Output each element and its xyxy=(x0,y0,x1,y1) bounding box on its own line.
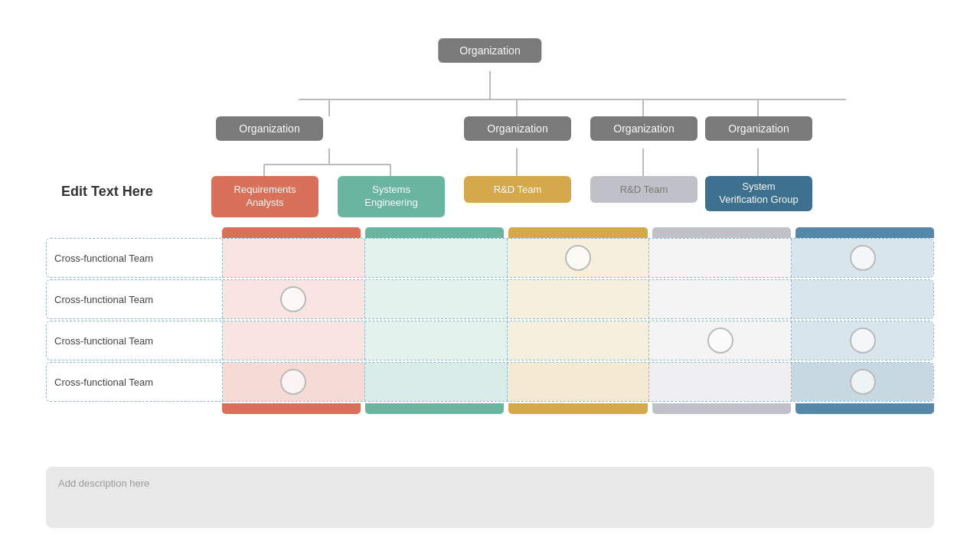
level2-node-1: Organization xyxy=(216,116,323,141)
col-bottom-strip-2 xyxy=(365,403,504,414)
description-box[interactable]: Add description here xyxy=(46,467,934,528)
row-header-label: Edit Text Here xyxy=(61,184,153,200)
circle-marker xyxy=(850,369,876,395)
circle-marker xyxy=(850,245,876,271)
cell xyxy=(649,363,792,401)
level3-node-systems-eng: Systems Engineering xyxy=(338,176,445,217)
level2-node-2: Organization xyxy=(464,116,571,141)
level2-node-4: Organization xyxy=(705,116,812,141)
cell xyxy=(223,239,365,277)
col-top-strip-3 xyxy=(508,227,647,238)
circle-marker xyxy=(280,286,306,312)
circle-marker xyxy=(850,328,876,354)
row-label: Cross-functional Team xyxy=(47,321,223,360)
cell xyxy=(649,239,792,277)
cell xyxy=(223,280,365,318)
cell xyxy=(649,280,792,318)
circle-marker xyxy=(707,328,733,354)
description-placeholder: Add description here xyxy=(58,478,149,489)
cell xyxy=(792,280,933,318)
table-row: Cross-functional Team xyxy=(46,279,934,319)
cell xyxy=(792,321,933,360)
cell xyxy=(792,239,933,277)
cell xyxy=(508,239,650,277)
cell xyxy=(365,280,508,318)
cell xyxy=(223,321,365,360)
col-top-strip-4 xyxy=(652,227,791,238)
cell xyxy=(365,363,508,401)
cell xyxy=(649,321,792,360)
cell xyxy=(223,363,365,401)
col-top-strip-1 xyxy=(222,227,361,238)
table-row: Cross-functional Team xyxy=(46,362,934,402)
col-bottom-strip-4 xyxy=(652,403,791,414)
circle-marker xyxy=(565,245,591,271)
table-row: Cross-functional Team xyxy=(46,321,934,360)
row-label: Cross-functional Team xyxy=(47,363,223,401)
circle-marker xyxy=(280,369,306,395)
col-top-strip-5 xyxy=(795,227,934,238)
cell xyxy=(365,239,508,277)
level3-node-requirements: Requirements Analysts xyxy=(211,176,318,217)
level3-node-rd-team-1: R&D Team xyxy=(464,176,571,203)
cell xyxy=(365,321,508,360)
row-label: Cross-functional Team xyxy=(47,239,223,277)
cell xyxy=(792,363,933,401)
cell xyxy=(508,363,650,401)
col-bottom-strip-5 xyxy=(795,403,934,414)
cell xyxy=(508,321,650,360)
level3-node-rd-team-2: R&D Team xyxy=(590,176,697,203)
level3-node-system-verif: System Verification Group xyxy=(705,176,812,211)
col-top-strip-2 xyxy=(365,227,504,238)
row-label: Cross-functional Team xyxy=(47,280,223,318)
cell xyxy=(508,280,650,318)
level2-node-3: Organization xyxy=(590,116,697,141)
matrix-table: Cross-functional Team Cross-functional T… xyxy=(46,227,934,414)
col-bottom-strip-1 xyxy=(222,403,361,414)
root-org-node: Organization xyxy=(438,38,541,63)
table-row: Cross-functional Team xyxy=(46,238,934,278)
col-bottom-strip-3 xyxy=(508,403,647,414)
